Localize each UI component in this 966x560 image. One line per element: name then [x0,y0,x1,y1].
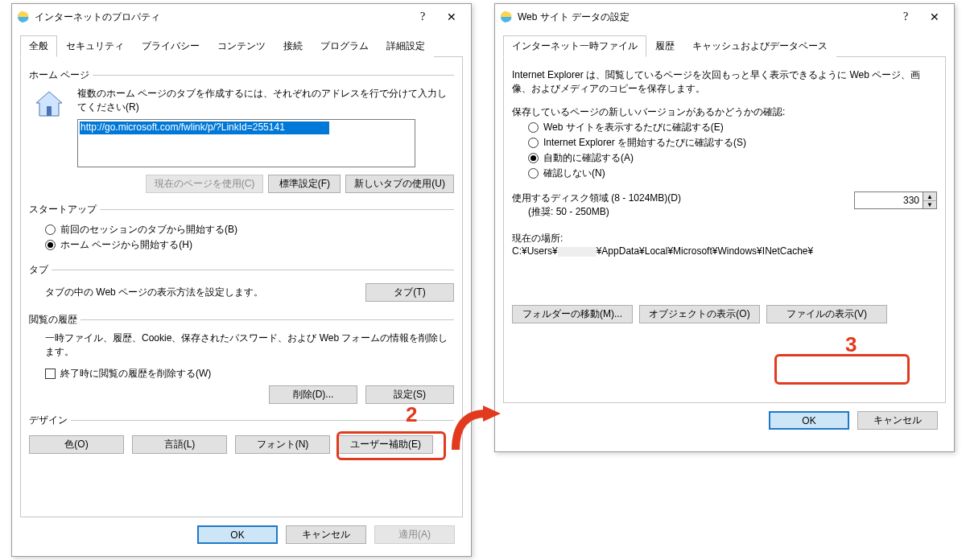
radio-never[interactable]: 確認しない(N) [512,167,937,180]
house-icon [33,89,65,193]
startup-radio-last-session[interactable]: 前回のセッションのタブから開始する(B) [29,223,454,237]
tab-programs[interactable]: プログラム [312,35,378,57]
svg-rect-2 [47,106,52,116]
delete-history-button[interactable]: 削除(D)... [269,385,357,404]
tab-strip: インターネット一時ファイル 履歴 キャッシュおよびデータベース [503,35,946,57]
ok-button[interactable]: OK [769,411,849,430]
startup-radio-homepage[interactable]: ホーム ページから開始する(H) [29,238,454,252]
tab-strip: 全般 セキュリティ プライバシー コンテンツ 接続 プログラム 詳細設定 [20,35,463,57]
intro-text: Internet Explorer は、閲覧しているページを次回もっと早く表示で… [512,68,937,96]
check-newer-legend: 保存しているページの新しいバージョンがあるかどうかの確認: [512,105,937,119]
help-button[interactable]: ? [408,7,437,27]
ie-icon [17,10,30,23]
use-default-button[interactable]: 標準設定(F) [268,175,341,193]
tab-privacy[interactable]: プライバシー [133,35,208,57]
tabs-settings-button[interactable]: タブ(T) [365,283,454,302]
group-homepage: ホーム ページ 複数のホーム ページのタブを作成するには、それぞれのアドレスを行… [29,68,454,198]
tab-advanced[interactable]: 詳細設定 [378,35,434,57]
homepage-description: 複数のホーム ページのタブを作成するには、それぞれのアドレスを行で分けて入力して… [77,87,454,114]
tab-history[interactable]: 履歴 [646,35,683,57]
delete-on-exit-checkbox[interactable]: 終了時に閲覧の履歴を削除する(W) [29,367,454,381]
radio-every-visit[interactable]: Web サイトを表示するたびに確認する(E) [512,121,937,134]
cancel-button[interactable]: キャンセル [286,525,366,544]
website-data-settings-dialog: Web サイト データの設定 ? ✕ インターネット一時ファイル 履歴 キャッシ… [494,3,955,452]
disk-space-label: 使用するディスク領域 (8 - 1024MB)(D) [512,191,681,205]
move-folder-button[interactable]: フォルダーの移動(M)... [512,305,633,323]
group-startup: スタートアップ 前回のセッションのタブから開始する(B) ホーム ページから開始… [29,203,454,258]
view-objects-button[interactable]: オブジェクトの表示(O) [639,305,760,323]
spin-up-icon[interactable]: ▲ [923,192,936,200]
help-button[interactable]: ? [891,7,920,27]
current-location-label: 現在の場所: [512,232,937,245]
accessibility-button[interactable]: ユーザー補助(E) [338,435,433,454]
use-current-button: 現在のページを使用(C) [146,175,264,193]
view-files-button[interactable]: ファイルの表示(V) [766,305,887,323]
tab-temp-files[interactable]: インターネット一時ファイル [503,35,646,57]
tab-general[interactable]: 全般 [20,35,57,57]
close-button[interactable]: ✕ [920,7,949,27]
titlebar: インターネットのプロパティ ? ✕ [12,4,471,30]
tab-connections[interactable]: 接続 [275,35,312,57]
tab-security[interactable]: セキュリティ [57,35,133,57]
colors-button[interactable]: 色(O) [29,435,124,454]
disk-space-input[interactable] [855,192,923,208]
languages-button[interactable]: 言語(L) [132,435,227,454]
current-location-path: C:¥Users¥¥AppData¥Local¥Microsoft¥Window… [512,245,937,257]
internet-properties-dialog: インターネットのプロパティ ? ✕ 全般 セキュリティ プライバシー コンテンツ… [11,3,472,557]
tabs-description: タブの中の Web ページの表示方法を設定します。 [29,286,263,299]
group-history-legend: 閲覧の履歴 [29,313,80,327]
group-homepage-legend: ホーム ページ [29,68,93,82]
radio-automatic[interactable]: 自動的に確認する(A) [512,151,937,165]
group-design-legend: デザイン [29,414,71,427]
cancel-button[interactable]: キャンセル [857,411,938,430]
group-tabs-legend: タブ [29,263,52,277]
spin-down-icon[interactable]: ▼ [923,200,936,208]
group-startup-legend: スタートアップ [29,203,100,216]
group-history: 閲覧の履歴 一時ファイル、履歴、Cookie、保存されたパスワード、および We… [29,313,454,409]
disk-space-spinner[interactable]: ▲▼ [854,191,937,209]
close-button[interactable]: ✕ [437,7,466,27]
ok-button[interactable]: OK [197,525,278,544]
tab-cache-db[interactable]: キャッシュおよびデータベース [683,35,836,57]
fonts-button[interactable]: フォント(N) [235,435,330,454]
radio-every-start[interactable]: Internet Explorer を開始するたびに確認する(S) [512,136,937,150]
history-description: 一時ファイル、履歴、Cookie、保存されたパスワード、および Web フォーム… [29,331,454,359]
group-tabs: タブ タブの中の Web ページの表示方法を設定します。 タブ(T) [29,263,454,308]
window-title: Web サイト データの設定 [518,10,891,24]
disk-space-hint: (推奨: 50 - 250MB) [512,205,681,219]
ie-icon [500,10,513,23]
homepage-url-input[interactable]: http://go.microsoft.com/fwlink/p/?LinkId… [77,119,415,167]
redacted-username [558,247,597,257]
apply-button: 適用(A) [374,525,455,544]
tab-content[interactable]: コンテンツ [208,35,275,57]
window-title: インターネットのプロパティ [35,10,408,24]
use-newtab-button[interactable]: 新しいタブの使用(U) [345,175,454,193]
titlebar: Web サイト データの設定 ? ✕ [495,4,954,30]
group-design: デザイン 色(O) 言語(L) フォント(N) ユーザー補助(E) [29,414,454,459]
history-settings-button[interactable]: 設定(S) [365,385,454,404]
